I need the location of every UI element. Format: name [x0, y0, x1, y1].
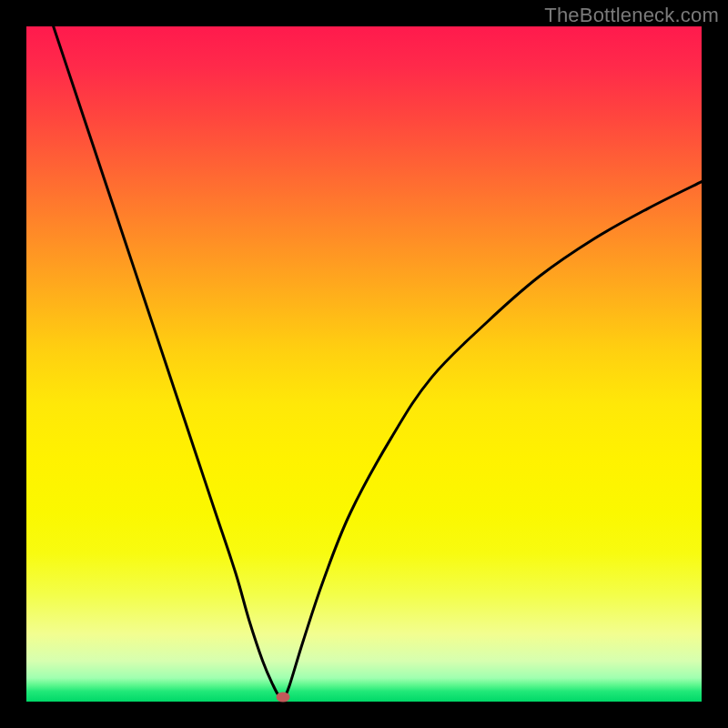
curve-svg — [26, 26, 702, 702]
outer-frame: TheBottleneck.com — [0, 0, 728, 728]
plot-area — [26, 26, 702, 702]
bottleneck-curve — [54, 26, 702, 699]
watermark-text: TheBottleneck.com — [544, 4, 719, 27]
minimum-marker — [276, 692, 289, 702]
